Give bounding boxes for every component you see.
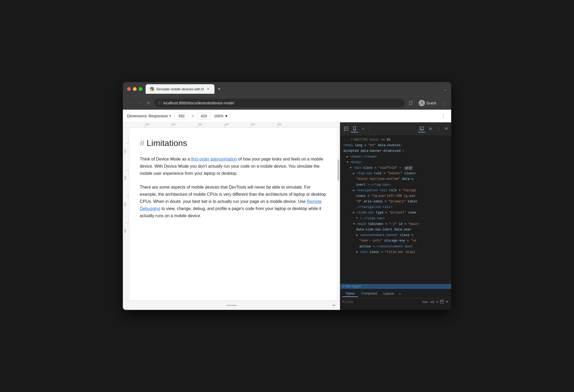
announcement-tag[interactable]: ▶ <announcement-banner class =	[340, 233, 451, 238]
drag-handle[interactable]	[226, 305, 237, 306]
minimize-traffic-light[interactable]	[133, 87, 137, 91]
height-input[interactable]	[197, 112, 211, 120]
edit-icon[interactable]: ✏	[333, 303, 336, 308]
heading-hash: #	[140, 138, 145, 148]
cls-button[interactable]: .cls	[430, 300, 434, 304]
toggle-icon[interactable]	[445, 300, 449, 304]
reload-button[interactable]: ↻	[145, 99, 153, 107]
profile-button[interactable]: Guest	[416, 99, 438, 107]
top-nav-tag[interactable]: ▶ <top-nav role = "banner" class=	[340, 171, 451, 176]
bookmark-button[interactable]	[407, 99, 414, 107]
close-traffic-light[interactable]	[127, 87, 131, 91]
device-toolbar: Dimensions: Responsive ▼ × 100% ▼ ⋮	[123, 110, 451, 122]
devtools-toolbar: » ⚙ ⋮ ✕	[340, 122, 451, 135]
top-nav-end[interactable]: inert >…</top-nav>	[340, 182, 451, 188]
head-expand[interactable]: ▶	[347, 155, 348, 159]
active-tab[interactable]: Simulate mobile devices with D ✕	[146, 84, 214, 94]
nav-rail-cont2[interactable]: "0" aria-label = "primary" tabin	[340, 199, 451, 204]
zoom-selector[interactable]: 100% ▼	[214, 114, 228, 118]
svg-text:100: 100	[124, 149, 127, 153]
tab-layout[interactable]: Layout	[380, 290, 397, 297]
svg-rect-29	[420, 127, 424, 130]
nav-rail-tag[interactable]: ▶ <navigation-rail role = "naviga	[340, 188, 451, 193]
announcement-end[interactable]: active >…</announcement-bann	[340, 244, 451, 250]
more-tools-button[interactable]: »	[359, 125, 367, 132]
doctype-comment[interactable]: ··· <!DOCTYPE html> == $0	[340, 137, 451, 143]
head-tag[interactable]: ▶ <head>…</head>	[340, 154, 451, 160]
more-options-button[interactable]: ⋮	[435, 125, 442, 132]
console-tool-button[interactable]	[418, 125, 425, 132]
scaffold-open: <div	[353, 166, 363, 170]
menu-button[interactable]: ⋮	[441, 99, 448, 107]
tab-favicon	[150, 87, 154, 91]
toolbar-separator	[369, 126, 369, 131]
window-menu-chevron[interactable]: ⌄	[443, 87, 447, 92]
html-data-banner: data-banner-dismissed	[361, 149, 401, 153]
zoom-label: 100%	[214, 114, 223, 118]
body-expand[interactable]: ▼	[347, 161, 348, 164]
ruler-left-inner: 100 200 300 400	[123, 128, 129, 300]
add-style-button[interactable]: +	[436, 300, 438, 304]
computed-icon[interactable]	[440, 300, 444, 304]
dollar-zero: $0	[387, 138, 391, 142]
svg-text:100: 100	[145, 123, 149, 126]
head-text: <head>…</head>	[350, 155, 377, 159]
address-text: localhost:8080/docs/devtools/device-mode…	[163, 101, 234, 105]
width-input[interactable]	[175, 112, 189, 120]
title-bar-right: ⌄	[443, 87, 447, 92]
top-nav-cont[interactable]: "block hairline-bottom" data-s	[340, 176, 451, 182]
devtools-close-button[interactable]: ✕	[443, 125, 449, 132]
tab-close-button[interactable]: ✕	[206, 87, 210, 91]
scaffold-div[interactable]: ▼ <div class = "scaffold" > grid	[340, 165, 451, 171]
device-mode-tool-button[interactable]	[351, 125, 358, 132]
dom-tree[interactable]: ··· <!DOCTYPE html> == $0 <html lang = "…	[340, 135, 451, 284]
side-nav-end[interactable]: t >…</side-nav>	[340, 216, 451, 221]
first-order-link[interactable]: first-order approximation	[191, 157, 237, 161]
page-bottom-bar: ✏	[123, 300, 340, 310]
svg-rect-24	[344, 127, 348, 131]
html-close-bracket: >	[402, 149, 404, 153]
nav-rail-cont1[interactable]: class = "lg:pad-left-200 lg:pad	[340, 193, 451, 199]
tab-more[interactable]: »	[397, 291, 403, 297]
svg-text:400: 400	[124, 229, 127, 233]
styles-filter-input[interactable]	[342, 300, 420, 304]
scrollbar-thumb[interactable]	[338, 159, 339, 181]
main-cont1[interactable]: data-side-nav-inert data-sear	[340, 227, 451, 233]
svg-text:400: 400	[225, 123, 228, 126]
toolbar-more-button[interactable]: ⋮	[440, 112, 447, 120]
new-tab-button[interactable]: +	[216, 85, 223, 93]
main-tag[interactable]: ▼ <main tabindex = "-1" id = "main-	[340, 221, 451, 227]
html-tag-cont[interactable]: accepted data-banner-dismissed >	[340, 148, 451, 154]
dimensions-arrow: ▼	[169, 114, 172, 117]
title-bar-div[interactable]: ▶ <div class = "title-bar displ	[340, 250, 451, 255]
inspector-tool-button[interactable]	[342, 125, 350, 132]
body-tag[interactable]: ▼ <body>	[340, 160, 451, 165]
devtools-panel: » ⚙ ⋮ ✕ ··· <!DOCTYPE html>	[340, 122, 451, 310]
svg-rect-31	[440, 300, 443, 303]
top-nav-role: role	[374, 172, 382, 175]
doctype-selected-line[interactable]: <!doctype>	[340, 284, 451, 289]
top-nav-class-val: "block hairline-bottom"	[356, 177, 400, 181]
dimensions-selector[interactable]: Dimensions: Responsive ▼	[127, 114, 172, 118]
maximize-traffic-light[interactable]	[139, 87, 142, 91]
address-bar-input-wrap[interactable]: ⓘ localhost:8080/docs/devtools/device-mo…	[155, 99, 405, 107]
html-tag[interactable]: <html lang = "en" data-cookies-	[340, 143, 451, 148]
scrollbar[interactable]	[337, 128, 340, 300]
svg-rect-33	[442, 301, 443, 301]
side-nav-tag[interactable]: ▶ <side-nav type = "project" view	[340, 210, 451, 216]
nav-rail-end[interactable]: …</navigation-rail>	[340, 204, 451, 210]
scaffold-eq: =	[375, 166, 376, 170]
back-button[interactable]: ←	[126, 99, 133, 107]
forward-button[interactable]: →	[136, 99, 143, 107]
hov-button[interactable]: :hov	[422, 300, 428, 304]
tab-computed[interactable]: Computed	[358, 290, 380, 297]
settings-button[interactable]: ⚙	[427, 125, 434, 132]
styles-tabs: Styles Computed Layout »	[340, 289, 451, 299]
top-nav-expand[interactable]: ▶	[353, 172, 355, 175]
scaffold-expand[interactable]: ▼	[350, 166, 352, 170]
para2-text-start: There are some aspects of mobile devices…	[140, 185, 326, 204]
top-nav-inert: inert	[356, 183, 366, 187]
announcement-cont[interactable]: "nner--info" storage-key = "us	[340, 238, 451, 244]
dimensions-label: Dimensions: Responsive	[127, 114, 168, 118]
tab-styles[interactable]: Styles	[342, 290, 358, 297]
